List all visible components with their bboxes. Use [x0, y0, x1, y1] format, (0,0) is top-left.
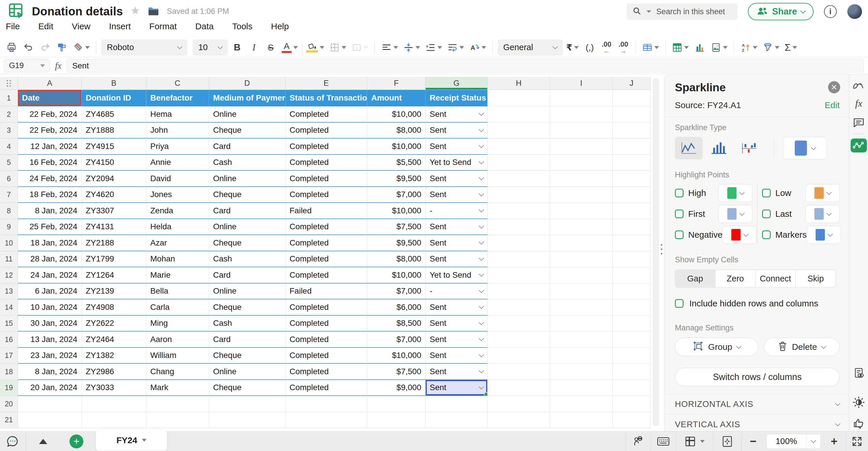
menu-edit[interactable]: Edit — [38, 22, 53, 31]
borders-button[interactable] — [328, 39, 348, 56]
cell-G6[interactable]: Sent — [426, 171, 488, 187]
cell-A4[interactable]: 12 Jan, 2024 — [18, 139, 82, 155]
cell-G4[interactable]: Sent — [426, 139, 488, 155]
increase-decimal-button[interactable]: .00→ — [616, 39, 631, 56]
receipt-status-dropdown-icon[interactable] — [478, 207, 484, 213]
receipt-status-dropdown-icon[interactable] — [478, 255, 484, 260]
cell-I14[interactable] — [550, 300, 613, 316]
cell-J3[interactable] — [613, 122, 651, 139]
cell-I7[interactable] — [550, 187, 613, 203]
cell-H10[interactable] — [488, 235, 550, 251]
receipt-status-dropdown-icon[interactable] — [478, 287, 484, 293]
zia-assistant-icon[interactable] — [849, 81, 868, 92]
cell-H15[interactable] — [488, 316, 550, 332]
cell-J15[interactable] — [613, 316, 651, 332]
cell-A14[interactable]: 10 Jan, 2024 — [18, 300, 82, 316]
cell-I5[interactable] — [550, 155, 613, 171]
cell-D16[interactable]: Card — [209, 332, 285, 348]
cell-G14[interactable]: Sent — [426, 300, 488, 316]
cell-A15[interactable]: 30 Jan, 2024 — [18, 316, 82, 332]
share-button[interactable]: Share — [748, 3, 813, 20]
zoom-level-select[interactable]: 100% — [765, 431, 823, 451]
row-header-3[interactable]: 3 — [0, 122, 18, 139]
add-sheet-button[interactable]: + — [61, 431, 92, 451]
cell-D3[interactable]: Cheque — [209, 122, 285, 139]
row-header-5[interactable]: 5 — [0, 155, 18, 171]
cell-E3[interactable]: Completed — [285, 122, 367, 139]
cell-A17[interactable]: 23 Jan, 2024 — [18, 348, 82, 364]
cell-B12[interactable]: ZY1264 — [82, 267, 146, 283]
cell-I3[interactable] — [550, 122, 613, 139]
cell-B15[interactable]: ZY2622 — [82, 316, 146, 332]
cell-F20[interactable] — [367, 396, 426, 412]
fullscreen-button[interactable] — [846, 431, 868, 451]
cell-B1[interactable]: Donation ID — [82, 90, 146, 106]
comma-style-button[interactable]: (,) — [582, 39, 597, 56]
zoom-in-button[interactable]: + — [823, 431, 846, 451]
cell-F10[interactable]: $9,500 — [367, 235, 426, 251]
cell-I15[interactable] — [550, 316, 613, 332]
cell-A9[interactable]: 25 Feb, 2024 — [18, 219, 82, 235]
menu-data[interactable]: Data — [195, 22, 214, 31]
receipt-status-dropdown-icon[interactable] — [478, 304, 484, 309]
cell-G7[interactable]: Sent — [426, 187, 488, 203]
empty-cells-option-zero[interactable]: Zero — [715, 270, 755, 287]
include-hidden-checkbox[interactable] — [675, 299, 684, 308]
cell-F7[interactable]: $7,000 — [367, 187, 426, 203]
filter-button[interactable] — [761, 39, 781, 56]
app-logo-icon[interactable] — [8, 3, 24, 20]
cell-I4[interactable] — [550, 139, 613, 155]
cell-E12[interactable]: Completed — [285, 267, 367, 283]
switch-rows-columns-button[interactable]: Switch rows / columns — [675, 368, 840, 386]
cell-C12[interactable]: Marie — [146, 267, 209, 283]
column-header-C[interactable]: C — [146, 77, 209, 90]
cell-H4[interactable] — [488, 139, 550, 155]
cell-C5[interactable]: Annie — [146, 155, 209, 171]
menu-format[interactable]: Format — [149, 22, 177, 31]
cell-F1[interactable]: Amount — [367, 90, 426, 106]
close-panel-button[interactable]: ✕ — [828, 81, 840, 93]
cell-E17[interactable]: Completed — [285, 348, 367, 364]
empty-cells-option-skip[interactable]: Skip — [795, 270, 836, 287]
cell-E19[interactable]: Completed — [285, 380, 367, 396]
cell-I21[interactable] — [550, 412, 613, 428]
receipt-status-dropdown-icon[interactable] — [478, 320, 484, 325]
decrease-decimal-button[interactable]: .00← — [599, 39, 614, 56]
keyboard-shortcuts-button[interactable] — [651, 431, 676, 451]
cell-B16[interactable]: ZY2464 — [82, 332, 146, 348]
cell-B7[interactable]: ZY4620 — [82, 187, 146, 203]
cell-J20[interactable] — [613, 396, 651, 412]
cell-D5[interactable]: Cash — [209, 155, 285, 171]
cell-C13[interactable]: Bella — [146, 283, 209, 300]
cell-I18[interactable] — [550, 364, 613, 380]
row-header-19[interactable]: 19 — [0, 380, 18, 396]
cell-H8[interactable] — [488, 203, 550, 219]
row-header-9[interactable]: 9 — [0, 219, 18, 235]
cell-G18[interactable]: Sent — [426, 364, 488, 380]
cell-D11[interactable]: Cash — [209, 251, 285, 267]
print-button[interactable] — [4, 39, 19, 56]
column-header-H[interactable]: H — [488, 77, 550, 90]
receipt-status-dropdown-icon[interactable] — [478, 126, 484, 132]
column-header-B[interactable]: B — [82, 77, 146, 90]
cell-F8[interactable]: $10,000 — [367, 203, 426, 219]
high-checkbox[interactable] — [675, 189, 684, 197]
cell-I1[interactable] — [550, 90, 613, 106]
cell-E14[interactable]: Completed — [285, 300, 367, 316]
cell-F17[interactable]: $10,000 — [367, 348, 426, 364]
document-view-icon[interactable] — [849, 367, 868, 379]
sort-button[interactable]: AZ — [739, 39, 759, 56]
markers-color-dropdown[interactable] — [807, 226, 841, 244]
cell-H16[interactable] — [488, 332, 550, 348]
cell-I16[interactable] — [550, 332, 613, 348]
cell-G13[interactable]: - — [426, 283, 488, 300]
winloss-sparkline-button[interactable] — [735, 137, 763, 160]
bold-button[interactable]: B — [229, 39, 245, 56]
cell-E21[interactable] — [285, 412, 367, 428]
cell-D12[interactable]: Card — [209, 267, 285, 283]
cell-I12[interactable] — [550, 267, 613, 283]
sparkline-color-dropdown[interactable] — [783, 137, 827, 160]
insert-image-button[interactable] — [709, 39, 729, 56]
select-all-corner[interactable] — [0, 77, 18, 90]
negative-color-dropdown[interactable] — [722, 226, 756, 244]
